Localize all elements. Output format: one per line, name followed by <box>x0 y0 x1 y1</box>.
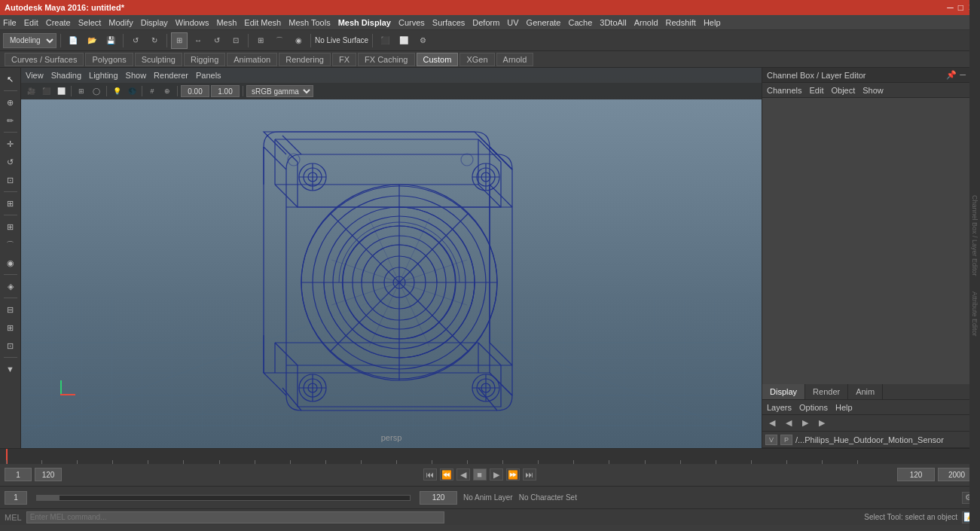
menu-display[interactable]: Display <box>141 18 168 27</box>
menu-help[interactable]: Help <box>704 18 721 27</box>
vp-menu-view[interactable]: View <box>26 71 44 80</box>
vp-wireframe[interactable]: ⊞ <box>75 84 88 98</box>
scale-tool-left[interactable]: ⊡ <box>2 172 19 188</box>
viewport[interactable]: View Shading Lighting Show Renderer Pane… <box>21 68 762 448</box>
snap-curve-button[interactable]: ⌒ <box>271 32 288 49</box>
options-menu[interactable]: Options <box>799 403 828 412</box>
menu-cache[interactable]: Cache <box>568 18 592 27</box>
tab-render[interactable]: Render <box>805 384 848 399</box>
tab-custom[interactable]: Custom <box>417 53 459 66</box>
select-tool[interactable]: ⊞ <box>171 32 188 49</box>
vp-menu-lighting[interactable]: Lighting <box>89 71 118 80</box>
play-forward-button[interactable]: ▶ <box>490 468 503 481</box>
menu-edit[interactable]: Edit <box>24 18 38 27</box>
snap-to-curve-left[interactable]: ⌒ <box>2 237 19 253</box>
play-back-button[interactable]: ◀ <box>456 468 470 481</box>
show-manipulator-button[interactable]: ⊞ <box>2 195 19 212</box>
mode-selector[interactable]: Modeling <box>3 33 56 48</box>
end-frame-field[interactable] <box>420 491 457 505</box>
menu-mesh-tools[interactable]: Mesh Tools <box>289 18 330 27</box>
layer-item-sensor[interactable]: V P /...Philips_Hue_Outdoor_Motion_Senso… <box>762 432 980 448</box>
tab-animation[interactable]: Animation <box>227 53 277 66</box>
vp-lighting-mode[interactable]: 💡 <box>110 84 124 98</box>
select-mode-button[interactable]: ↖ <box>2 71 19 87</box>
menu-deform[interactable]: Deform <box>472 18 499 27</box>
tab-display[interactable]: Display <box>762 384 805 399</box>
tab-arnold[interactable]: Arnold <box>496 53 534 66</box>
step-back-button[interactable]: ⏪ <box>440 468 453 481</box>
vp-gamma-selector[interactable]: sRGB gamma <box>246 85 313 97</box>
vp-cam-selector[interactable]: 🎥 <box>24 84 38 98</box>
open-button[interactable]: 📂 <box>84 32 100 49</box>
channels-menu[interactable]: Channels <box>767 86 801 95</box>
menu-select[interactable]: Select <box>78 18 102 27</box>
snap-to-point-left[interactable]: ◉ <box>2 255 19 271</box>
vp-hud-toggle[interactable]: ⊕ <box>160 84 174 98</box>
menu-curves[interactable]: Curves <box>398 18 425 27</box>
tab-xgen[interactable]: XGen <box>459 53 494 66</box>
render-settings-button[interactable]: ⚙ <box>414 32 431 49</box>
help-menu[interactable]: Help <box>835 403 853 412</box>
menu-edit-mesh[interactable]: Edit Mesh <box>244 18 281 27</box>
vp-input1[interactable] <box>181 85 209 97</box>
rotate-tool[interactable]: ↺ <box>209 32 225 49</box>
rotate-tool-left[interactable]: ↺ <box>2 154 19 170</box>
last-layer-button[interactable]: ▶ <box>815 417 829 429</box>
tab-rendering[interactable]: Rendering <box>279 53 331 66</box>
menu-redshift[interactable]: Redshift <box>666 18 696 27</box>
redo-button[interactable]: ↻ <box>146 32 163 49</box>
menu-file[interactable]: File <box>3 18 17 27</box>
sculpt-tool[interactable]: ⊞ <box>2 319 19 336</box>
vp-shadow[interactable]: 🌑 <box>125 84 139 98</box>
menu-surfaces[interactable]: Surfaces <box>432 18 465 27</box>
range-end-input[interactable] <box>35 468 62 481</box>
timeline-ruler[interactable]: 1510152025303540455055606570758085909510… <box>0 449 980 464</box>
menu-mesh-display[interactable]: Mesh Display <box>338 18 391 27</box>
vp-menu-panels[interactable]: Panels <box>196 71 221 80</box>
add-layer-button[interactable]: ◀ <box>765 417 779 429</box>
ipr-button[interactable]: ⬜ <box>395 32 412 49</box>
menu-3dtoall[interactable]: 3DtoAll <box>600 18 626 27</box>
tab-polygons[interactable]: Polygons <box>85 53 133 66</box>
render-button[interactable]: ⬛ <box>377 32 393 49</box>
tab-sculpting[interactable]: Sculpting <box>135 53 182 66</box>
vp-display-mode[interactable]: ⬛ <box>39 84 53 98</box>
maximize-button[interactable]: □ <box>958 2 963 13</box>
snap-to-grid-left[interactable]: ⊞ <box>2 218 19 235</box>
minimize-button[interactable]: ─ <box>947 2 954 13</box>
vp-menu-show[interactable]: Show <box>126 71 147 80</box>
menu-create[interactable]: Create <box>46 18 71 27</box>
panel-minimize-button[interactable]: ─ <box>960 70 966 80</box>
menu-generate[interactable]: Generate <box>527 18 561 27</box>
scale-tool[interactable]: ⊡ <box>227 32 244 49</box>
new-scene-button[interactable]: 📄 <box>65 32 81 49</box>
tab-rigging[interactable]: Rigging <box>184 53 225 66</box>
layer-playback-toggle[interactable]: P <box>780 435 792 445</box>
prev-layer-button[interactable]: ◀ <box>782 417 795 429</box>
save-button[interactable]: 💾 <box>102 32 119 49</box>
more-tools-button[interactable]: ▼ <box>2 361 19 377</box>
vp-display-mode2[interactable]: ⬜ <box>54 84 68 98</box>
next-layer-button[interactable]: ▶ <box>798 417 812 429</box>
tab-fx-caching[interactable]: FX Caching <box>358 53 414 66</box>
quad-draw-tool[interactable]: ⊟ <box>2 301 19 318</box>
edit-menu[interactable]: Edit <box>809 86 823 95</box>
tab-anim[interactable]: Anim <box>848 384 883 399</box>
snap-grid-button[interactable]: ⊞ <box>252 32 269 49</box>
menu-arnold[interactable]: Arnold <box>634 18 658 27</box>
menu-mesh[interactable]: Mesh <box>216 18 237 27</box>
show-menu[interactable]: Show <box>862 86 884 95</box>
vp-menu-shading[interactable]: Shading <box>51 71 81 80</box>
mel-input[interactable] <box>26 511 444 523</box>
menu-uv[interactable]: UV <box>507 18 518 27</box>
tab-curves-surfaces[interactable]: Curves / Surfaces <box>5 53 84 66</box>
paint-select-button[interactable]: ✏ <box>2 112 19 129</box>
go-to-start-button[interactable]: ⏮ <box>423 468 437 481</box>
relax-tool[interactable]: ⊡ <box>2 337 19 354</box>
step-forward-button[interactable]: ⏩ <box>506 468 520 481</box>
go-to-end-button[interactable]: ⏭ <box>523 468 536 481</box>
move-tool[interactable]: ↔ <box>190 32 206 49</box>
layers-menu[interactable]: Layers <box>767 403 792 412</box>
vp-menu-renderer[interactable]: Renderer <box>154 71 188 80</box>
timeline-scroll[interactable] <box>36 495 411 501</box>
